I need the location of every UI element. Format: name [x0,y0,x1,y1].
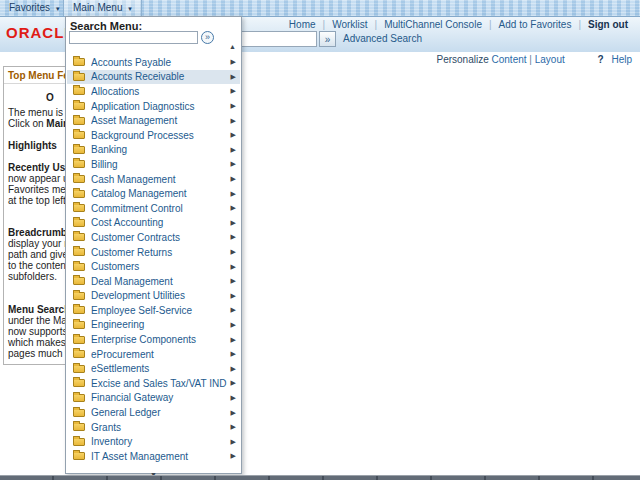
submenu-arrow-icon: ▶ [231,438,236,446]
menu-item[interactable]: Background Processes ▶ [67,128,240,143]
menu-item[interactable]: Excise and Sales Tax/VAT IND ▶ [67,376,240,391]
menu-item[interactable]: Cash Management ▶ [67,172,240,187]
folder-icon [73,73,85,81]
nav-link[interactable]: Add to Favorites [499,19,572,30]
menu-item-label: Catalog Management [91,188,231,199]
menu-item-label: Billing [91,159,231,170]
main-menu-tab[interactable]: Main Menu ▾ [63,0,142,16]
submenu-arrow-icon: ▶ [231,87,236,95]
submenu-arrow-icon: ▶ [231,248,236,256]
menu-item[interactable]: Customer Contracts ▶ [67,230,240,245]
submenu-arrow-icon: ▶ [231,131,236,139]
menu-item[interactable]: Banking ▶ [67,143,240,158]
menu-item-label: Commitment Control [91,203,231,214]
menu-item[interactable]: Development Utilities ▶ [67,289,240,304]
menu-item-label: Employee Self-Service [91,305,231,316]
menu-item-label: Banking [91,144,231,155]
separator: | [375,19,378,30]
personalize-layout-link[interactable]: Layout [535,54,565,65]
menu-item-label: eSettlements [91,363,231,374]
help-link[interactable]: Help [611,54,632,65]
submenu-arrow-icon: ▶ [231,146,236,154]
advanced-search-link[interactable]: Advanced Search [343,33,422,44]
nav-link[interactable]: Home [289,19,316,30]
menu-item[interactable]: Accounts Payable ▶ [67,55,240,70]
submenu-arrow-icon: ▶ [231,292,236,300]
menu-item[interactable]: Asset Management ▶ [67,113,240,128]
menu-item-label: Enterprise Components [91,334,231,345]
menu-item-label: Inventory [91,436,231,447]
menu-item[interactable]: Allocations ▶ [67,84,240,99]
menu-item-label: Application Diagnostics [91,101,231,112]
menu-search-input[interactable] [69,31,198,44]
folder-icon [73,350,85,358]
submenu-arrow-icon: ▶ [231,350,236,358]
chevron-down-icon: ▾ [128,5,132,12]
nav-link[interactable]: MultiChannel Console [384,19,482,30]
menu-item-label: Asset Management [91,115,231,126]
menu-item[interactable]: Commitment Control ▶ [67,201,240,216]
menu-item-label: Engineering [91,319,231,330]
menu-item-label: Customers [91,261,231,272]
menu-item[interactable]: Inventory ▶ [67,434,240,449]
separator: | [578,19,581,30]
submenu-arrow-icon: ▶ [231,263,236,271]
folder-icon [73,175,85,183]
menu-item[interactable]: Employee Self-Service ▶ [67,303,240,318]
menu-item-label: Allocations [91,86,231,97]
folder-icon [73,248,85,256]
folder-icon [73,102,85,110]
menu-item-label: Deal Management [91,276,231,287]
submenu-arrow-icon: ▶ [231,160,236,168]
menu-item-label: Development Utilities [91,290,231,301]
menu-item[interactable]: General Ledger ▶ [67,405,240,420]
menu-search-go-icon[interactable]: » [201,31,214,44]
folder-icon [73,306,85,314]
submenu-arrow-icon: ▶ [231,336,236,344]
favorites-menu[interactable]: Favorites ▾ [0,0,68,16]
menu-item[interactable]: Deal Management ▶ [67,274,240,289]
menu-item[interactable]: eSettlements ▶ [67,361,240,376]
folder-icon [73,394,85,402]
menu-item-label: General Ledger [91,407,231,418]
menu-item[interactable]: Customer Returns ▶ [67,245,240,260]
menu-item[interactable]: Engineering ▶ [67,318,240,333]
menu-item[interactable]: Billing ▶ [67,157,240,172]
personalize-content-link[interactable]: Content [492,54,527,65]
folder-icon [73,379,85,387]
menu-item[interactable]: Accounts Receivable ▶ [67,70,240,85]
header-nav-links: Home|Worklist|MultiChannel Console|Add t… [285,18,632,31]
folder-icon [73,233,85,241]
menu-item-label: Customer Contracts [91,232,231,243]
menu-item-label: Excise and Sales Tax/VAT IND [91,378,231,389]
menu-item[interactable]: Application Diagnostics ▶ [67,99,240,114]
folder-icon [73,219,85,227]
scroll-up-icon[interactable]: ▲ [229,43,236,50]
submenu-arrow-icon: ▶ [231,365,236,373]
search-go-button[interactable]: » [319,31,336,47]
folder-icon [73,146,85,154]
menu-item[interactable]: Grants ▶ [67,420,240,435]
submenu-arrow-icon: ▶ [231,306,236,314]
submenu-arrow-icon: ▶ [231,452,236,460]
menu-item[interactable]: eProcurement ▶ [67,347,240,362]
menu-item[interactable]: Customers ▶ [67,259,240,274]
menu-list: Accounts Payable ▶ Accounts Receivable ▶… [67,55,240,477]
separator: | [489,19,492,30]
sign-out-link[interactable]: Sign out [588,19,628,30]
submenu-arrow-icon: ▶ [231,73,236,81]
submenu-arrow-icon: ▶ [231,277,236,285]
menu-item[interactable]: IT Asset Management ▶ [67,449,240,464]
folder-icon [73,438,85,446]
menu-item[interactable]: Catalog Management ▶ [67,186,240,201]
menu-item[interactable]: Cost Accounting ▶ [67,216,240,231]
help-icon[interactable]: ? [598,54,604,65]
main-menu-dropdown: Search Menu: » ▲ Accounts Payable ▶ Acco… [65,16,242,474]
main-menu-label: Main Menu [73,2,122,13]
nav-link[interactable]: Worklist [332,19,367,30]
folder-icon [73,277,85,285]
menu-item[interactable]: Enterprise Components ▶ [67,332,240,347]
submenu-arrow-icon: ▶ [231,233,236,241]
menu-item[interactable]: Financial Gateway ▶ [67,391,240,406]
chevron-down-icon: ▾ [56,5,60,12]
